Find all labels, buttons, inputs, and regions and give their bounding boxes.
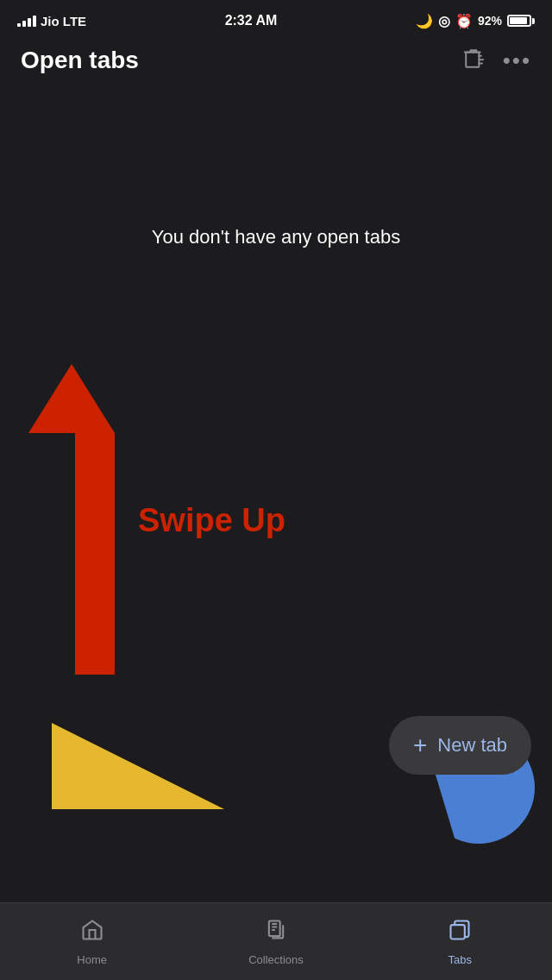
swipe-arrow [52, 364, 138, 675]
main-content: You don't have any open tabs Swipe Up + … [0, 88, 552, 895]
status-time: 2:32 AM [225, 13, 278, 28]
header-icons: ••• [463, 47, 531, 74]
nav-item-home[interactable]: Home [0, 918, 184, 966]
new-tab-label: New tab [437, 734, 507, 757]
status-left: Jio LTE [17, 14, 86, 28]
bottom-nav: Home Collections Tabs [0, 902, 552, 980]
empty-tabs-message: You don't have any open tabs [152, 226, 400, 248]
arrow-head [28, 364, 115, 433]
svg-rect-0 [466, 53, 479, 67]
signal-icon [17, 16, 36, 27]
more-options-button[interactable]: ••• [503, 47, 531, 74]
carrier-text: Jio LTE [41, 14, 86, 28]
alarm-icon: ⏰ [455, 13, 473, 29]
nav-item-tabs[interactable]: Tabs [368, 918, 552, 966]
battery-percent: 92% [478, 14, 502, 28]
moon-icon: 🌙 [416, 13, 433, 29]
new-tab-plus-icon: + [413, 732, 427, 759]
nav-label-home: Home [77, 953, 107, 966]
arrow-shaft [75, 433, 115, 675]
nav-label-tabs: Tabs [448, 953, 472, 966]
battery-icon [507, 15, 535, 27]
tabs-icon [448, 918, 472, 948]
status-bar: Jio LTE 2:32 AM 🌙 ◎ ⏰ 92% [0, 0, 552, 38]
delete-tabs-button[interactable] [463, 47, 486, 74]
status-right: 🌙 ◎ ⏰ 92% [416, 13, 535, 29]
swipe-up-label: Swipe Up [138, 502, 285, 539]
header: Open tabs ••• [0, 38, 552, 88]
yellow-decoration [52, 723, 224, 809]
new-tab-button[interactable]: + New tab [389, 716, 531, 775]
collections-icon [264, 918, 288, 948]
nav-label-collections: Collections [248, 953, 304, 966]
svg-rect-5 [451, 925, 465, 939]
page-title: Open tabs [21, 47, 139, 74]
home-icon [80, 918, 104, 948]
nav-item-collections[interactable]: Collections [184, 918, 367, 966]
location-icon: ◎ [438, 13, 450, 29]
